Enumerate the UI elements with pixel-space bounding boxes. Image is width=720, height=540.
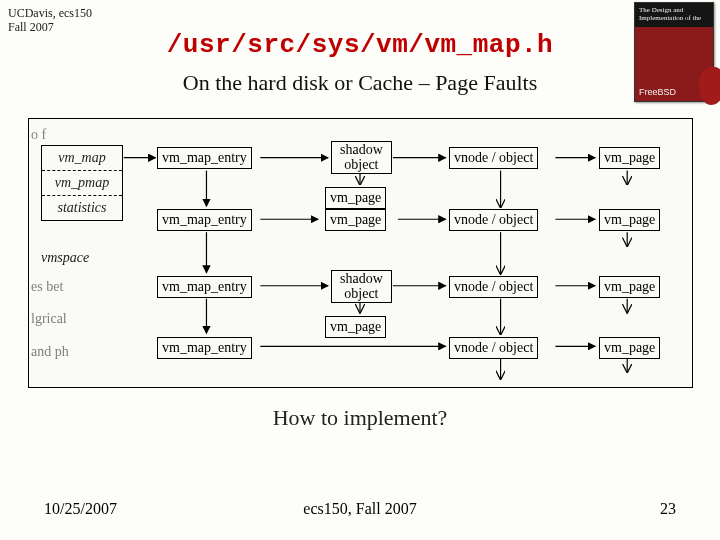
- frag-4: and ph: [31, 344, 69, 359]
- course-line1: UCDavis, ecs150: [8, 6, 92, 20]
- book-title: The Design and Implementation of the: [635, 3, 713, 26]
- cell-vm-pmap: vm_pmap: [42, 170, 122, 195]
- node-shadow-object-2: shadowobject: [331, 270, 392, 303]
- node-vnode-object-3: vnode / object: [449, 276, 538, 298]
- frag-3: lgrical: [31, 311, 67, 326]
- node-vm-page-1: vm_page: [599, 147, 660, 169]
- node-vm-page-4: vm_page: [599, 337, 660, 359]
- vmspace-label: vmspace: [41, 250, 89, 266]
- node-vm-page-mid-1: vm_page: [325, 187, 386, 209]
- footer-page: 23: [660, 500, 676, 518]
- node-vm-page-mid-3: vm_page: [325, 316, 386, 338]
- caption: How to implement?: [0, 405, 720, 431]
- node-vm-map-entry-2: vm_map_entry: [157, 209, 252, 231]
- node-vm-page-mid-2: vm_page: [325, 209, 386, 231]
- node-vm-map-entry-3: vm_map_entry: [157, 276, 252, 298]
- node-shadow-object-1: shadowobject: [331, 141, 392, 174]
- book-product: FreeBSD: [639, 87, 709, 97]
- page-title: /usr/src/sys/vm/vm_map.h: [0, 30, 720, 60]
- node-vnode-object-1: vnode / object: [449, 147, 538, 169]
- node-vm-page-3: vm_page: [599, 276, 660, 298]
- frag-2: es bet: [31, 279, 63, 294]
- vmspace-struct: vm_map vm_pmap statistics: [41, 145, 123, 221]
- cell-statistics: statistics: [42, 195, 122, 220]
- node-vm-page-2: vm_page: [599, 209, 660, 231]
- node-vm-map-entry-4: vm_map_entry: [157, 337, 252, 359]
- node-vm-map-entry-1: vm_map_entry: [157, 147, 252, 169]
- book-thumbnail: The Design and Implementation of the Fre…: [634, 2, 714, 102]
- vm-map-diagram: vm_map vm_pmap statistics vmspace o f es…: [28, 118, 693, 388]
- node-vnode-object-4: vnode / object: [449, 337, 538, 359]
- node-vnode-object-2: vnode / object: [449, 209, 538, 231]
- cell-vm-map: vm_map: [42, 146, 122, 170]
- page-subtitle: On the hard disk or Cache – Page Faults: [0, 70, 720, 96]
- footer-center: ecs150, Fall 2007: [0, 500, 720, 518]
- frag-1: o f: [31, 127, 46, 142]
